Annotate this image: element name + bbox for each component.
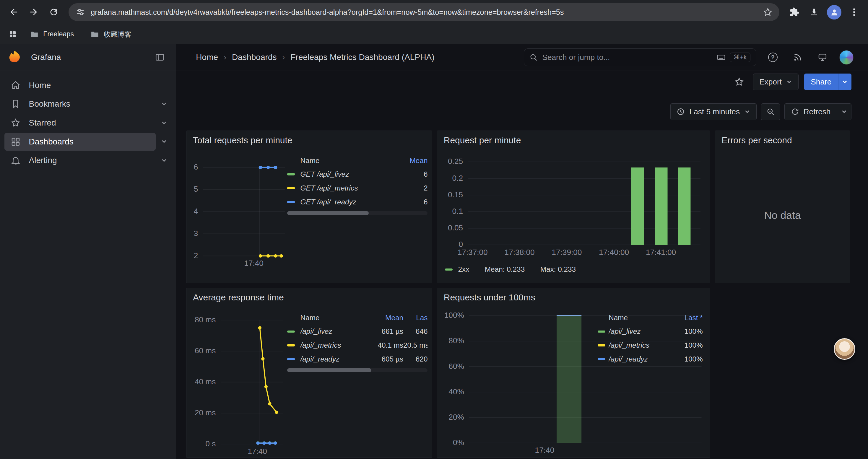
search-icon xyxy=(529,53,538,61)
legend-scrollbar[interactable] xyxy=(287,211,428,215)
search-input[interactable] xyxy=(542,53,712,62)
chevron-down-icon xyxy=(744,109,750,115)
address-bar[interactable]: grafana.mathmast.com/d/deytv4rwavabkb/fr… xyxy=(68,3,779,21)
rss-icon[interactable] xyxy=(789,49,806,66)
monitor-icon[interactable] xyxy=(814,49,831,66)
panel-total-requests: Total requests per minute 6543217:40 Nam… xyxy=(186,131,433,283)
share-button[interactable]: Share xyxy=(804,73,838,90)
extensions-icon[interactable] xyxy=(785,3,804,22)
refresh-button[interactable]: Refresh xyxy=(785,104,837,120)
svg-text:17:40: 17:40 xyxy=(244,259,264,268)
floating-avatar[interactable] xyxy=(834,338,855,360)
legend-table: Name Mean Las /api/_livez 661 µs 646 xyxy=(287,311,428,372)
user-avatar[interactable] xyxy=(839,50,854,65)
legend-scrollbar[interactable] xyxy=(287,368,428,372)
chevron-down-icon[interactable] xyxy=(157,153,172,168)
bookmark-folder-blog[interactable]: 收藏博客 xyxy=(85,28,137,40)
sidebar-item-starred[interactable]: Starred xyxy=(4,114,156,132)
chevron-down-icon xyxy=(786,79,793,85)
refresh-icon xyxy=(791,107,799,116)
legend-col-last[interactable]: Las xyxy=(403,314,428,322)
chevron-down-icon[interactable] xyxy=(157,134,172,149)
panel-title[interactable]: Requests under 100ms xyxy=(444,292,535,302)
series-color-dash xyxy=(598,358,606,360)
url-text[interactable]: grafana.mathmast.com/d/deytv4rwavabkb/fr… xyxy=(91,8,757,17)
sidebar-item-home[interactable]: Home xyxy=(4,76,172,94)
dashboard-toolbar: Export Share xyxy=(176,71,868,93)
search-box[interactable]: ⌘+k xyxy=(524,48,756,66)
share-dropdown-button[interactable] xyxy=(838,73,851,90)
folder-icon xyxy=(30,30,39,39)
panel-title[interactable]: Average response time xyxy=(193,292,284,302)
legend-row[interactable]: /api/_livez 100% xyxy=(598,325,703,338)
menu-kebab-icon[interactable] xyxy=(845,3,864,22)
brand-title: Grafana xyxy=(31,53,147,62)
star-icon xyxy=(10,117,21,128)
breadcrumb-home[interactable]: Home xyxy=(196,53,218,62)
legend-col-mean[interactable]: Mean xyxy=(399,157,428,165)
panel-requests-under-100ms: Requests under 100ms 100%80%60%40%20%0%1… xyxy=(437,288,710,458)
site-info-icon[interactable] xyxy=(75,7,85,17)
sidebar-item-bookmarks[interactable]: Bookmarks xyxy=(4,95,156,113)
forward-button[interactable] xyxy=(24,3,43,22)
apps-grid-icon[interactable] xyxy=(6,28,19,40)
svg-text:40 ms: 40 ms xyxy=(194,377,215,386)
help-icon[interactable] xyxy=(765,49,781,66)
legend-col-last[interactable]: Last * xyxy=(672,314,703,322)
grafana-header: Home Dashboards Freeleaps Metrics Dashbo… xyxy=(176,44,868,71)
svg-text:100%: 100% xyxy=(444,311,464,320)
legend-row[interactable]: /api/_metrics 100% xyxy=(598,338,703,352)
svg-text:80%: 80% xyxy=(449,336,464,345)
svg-text:17:40: 17:40 xyxy=(535,446,555,455)
panel-title[interactable]: Request per minute xyxy=(444,135,521,145)
zoom-out-button[interactable] xyxy=(761,103,780,120)
chevron-down-icon[interactable] xyxy=(157,116,172,130)
legend-row[interactable]: /api/_readyz 605 µs 620 xyxy=(287,352,428,366)
breadcrumb-dashboards[interactable]: Dashboards xyxy=(232,53,277,62)
grafana-logo[interactable] xyxy=(8,50,22,65)
chevron-down-icon[interactable] xyxy=(157,97,172,111)
series-color-dash xyxy=(287,187,295,189)
legend-row[interactable]: /api/_readyz 100% xyxy=(598,352,703,366)
svg-text:0%: 0% xyxy=(453,438,464,447)
legend-row[interactable]: GET /api/_readyz 6 xyxy=(287,195,428,209)
legend-row[interactable]: /api/_metrics 40.1 ms 20.5 ms xyxy=(287,338,428,352)
series-color-dash xyxy=(287,330,295,333)
chevron-down-icon xyxy=(841,109,847,115)
legend-col-name[interactable]: Name xyxy=(609,314,672,322)
bookmark-folder-freeleaps[interactable]: Freeleaps xyxy=(24,28,80,40)
svg-text:17:37:00: 17:37:00 xyxy=(458,248,488,257)
sidebar-item-dashboards[interactable]: Dashboards xyxy=(4,133,156,151)
refresh-interval-dropdown[interactable] xyxy=(837,104,851,120)
panel-title[interactable]: Errors per second xyxy=(721,135,792,145)
favorite-star-icon[interactable] xyxy=(731,73,747,90)
panel-title[interactable]: Total requests per minute xyxy=(193,135,292,145)
export-button[interactable]: Export xyxy=(753,73,799,90)
bookmark-star-icon[interactable] xyxy=(763,7,773,17)
svg-text:0.15: 0.15 xyxy=(448,190,463,199)
series-color-dash xyxy=(598,330,606,333)
legend-row[interactable]: /api/_livez 661 µs 646 xyxy=(287,325,428,338)
browser-profile-avatar[interactable] xyxy=(827,5,841,20)
svg-text:17:41:00: 17:41:00 xyxy=(646,248,676,257)
time-range-picker[interactable]: Last 5 minutes xyxy=(670,103,756,120)
back-button[interactable] xyxy=(4,3,23,22)
sidebar-item-alerting[interactable]: Alerting xyxy=(4,152,156,169)
legend-col-name[interactable]: Name xyxy=(301,314,367,322)
downloads-icon[interactable] xyxy=(805,3,824,22)
svg-text:60%: 60% xyxy=(449,362,464,371)
legend-row[interactable]: GET /api/_metrics 2 xyxy=(287,182,428,195)
svg-text:6: 6 xyxy=(193,162,198,171)
legend-max: Max: 0.233 xyxy=(540,265,576,273)
legend-col-mean[interactable]: Mean xyxy=(367,314,403,322)
breadcrumb: Home Dashboards Freeleaps Metrics Dashbo… xyxy=(196,53,434,62)
legend-col-name[interactable]: Name xyxy=(301,157,399,165)
refresh-split-button: Refresh xyxy=(784,103,851,120)
legend-row[interactable]: GET /api/_livez 6 xyxy=(287,167,428,182)
dock-menu-icon[interactable] xyxy=(151,49,168,66)
scrollbar-thumb[interactable] xyxy=(287,211,369,215)
reload-button[interactable] xyxy=(44,3,63,22)
scrollbar-thumb[interactable] xyxy=(287,368,372,372)
panel-errors-per-second: Errors per second No data xyxy=(715,131,850,283)
legend-series-label[interactable]: 2xx xyxy=(458,265,469,273)
